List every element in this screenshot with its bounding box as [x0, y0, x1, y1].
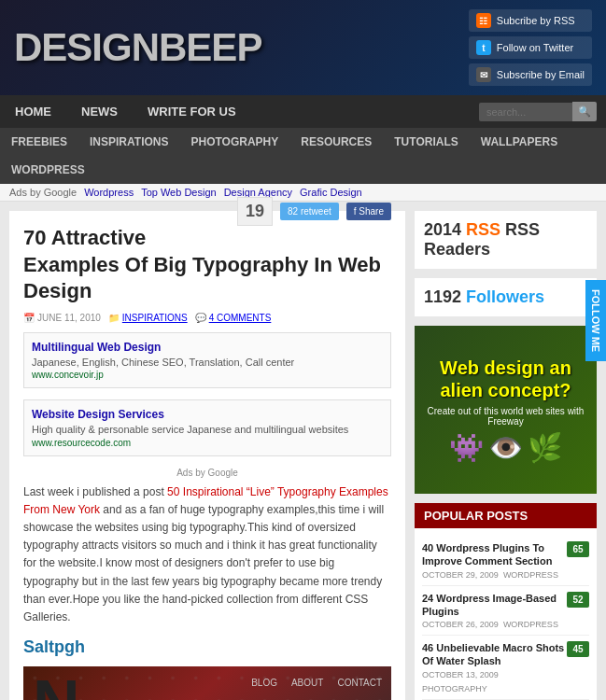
comments-link[interactable]: 4 COMMENTS [209, 313, 272, 323]
rss-count: 2014 [424, 220, 461, 239]
post-title-link[interactable]: 24 Wordpress Image-Based Plugins [422, 592, 567, 619]
popular-posts-title: POPULAR POSTS [415, 503, 597, 528]
ad-banner-subtitle: Create out of this world web sites with … [424, 406, 587, 427]
saltpgh-preview[interactable]: NACL BLOG ABOUT CONTACT SALT OF THE EART… [23, 666, 391, 700]
retweet-button[interactable]: 82 retweet [280, 203, 339, 220]
post-date: OCTOBER 26, 2009 [422, 620, 499, 629]
nacl-letters: NACL [33, 671, 80, 700]
nav-tutorials[interactable]: TUTORIALS [383, 128, 469, 156]
rss-subscribe-btn[interactable]: ☷ Subcribe by RSS [469, 9, 592, 32]
post-title-link[interactable]: 40 Wordpress Plugins To Improve Comment … [422, 541, 567, 568]
main-nav: HOME NEWS WRITE FOR US 🔍 [0, 95, 606, 128]
article-meta: 📅 JUNE 11, 2010 📁 INSPIRATIONS 💬 4 COMME… [23, 313, 391, 323]
followers-section: 1192 Followers [415, 278, 597, 316]
ad-link-top-web-design[interactable]: Top Web Design [141, 187, 217, 198]
ad2-desc: High quality & personable service Japane… [32, 423, 383, 437]
search-form: 🔍 [479, 102, 606, 121]
email-icon: ✉ [476, 67, 491, 82]
ad-banner-title: Web design an alien concept? [424, 357, 587, 401]
twitter-label: Follow on Twitter [497, 42, 573, 53]
alien-char-1: 👾 [449, 431, 484, 464]
sidebar: 2014 RSS RSS Readers 1192 Followers Web … [405, 211, 597, 700]
facebook-share-button[interactable]: f Share [346, 203, 391, 220]
post-title-link[interactable]: 46 Unbelievable Macro Shots Of Water Spl… [422, 641, 567, 668]
header: DESIGNBEEP ☷ Subcribe by RSS t Follow on… [0, 0, 606, 95]
ads-by-google-label: Ads by Google [9, 187, 77, 198]
ad-banner-content: Web design an alien concept? Create out … [415, 347, 597, 473]
sidebar-ad-banner[interactable]: Web design an alien concept? Create out … [415, 326, 597, 494]
post-date: OCTOBER 13, 2009 [422, 670, 499, 679]
nav-write-for-us[interactable]: WRITE FOR US [133, 95, 251, 128]
nav-wallpapers[interactable]: WALLPAPERS [470, 128, 569, 156]
post-meta: OCTOBER 26, 2009 WORDPRESS [422, 620, 567, 629]
sub-nav: FREEBIES INSPIRATIONS PHOTOGRAPHY RESOUR… [0, 128, 606, 184]
ad-block-1: Multilingual Web Design Japanese, Englis… [23, 332, 391, 388]
popular-posts-section: POPULAR POSTS 40 Wordpress Plugins To Im… [415, 503, 597, 700]
nav-news[interactable]: NEWS [66, 95, 133, 128]
list-item: 40 Wordpress Plugins To Improve Comment … [422, 536, 589, 586]
category-link[interactable]: INSPIRATIONS [122, 313, 188, 323]
nav-photography[interactable]: PHOTOGRAPHY [179, 128, 289, 156]
article-date: 📅 JUNE 11, 2010 [23, 313, 101, 323]
followers-count: 1192 [424, 287, 461, 306]
list-item: 24 Wordpress Image-Based Plugins OCTOBER… [422, 586, 589, 637]
post-category: WORDPRESS [503, 620, 558, 629]
list-item: 46 Unbelievable Macro Shots Of Water Spl… [422, 636, 589, 700]
post-info: 24 Wordpress Image-Based Plugins OCTOBER… [422, 592, 567, 630]
site-logo[interactable]: DESIGNBEEP [14, 25, 261, 70]
nav-resources[interactable]: RESOURCES [289, 128, 383, 156]
rss-readers-label: RSS [466, 220, 500, 239]
nav-freebies[interactable]: FREEBIES [0, 128, 78, 156]
ad2-url: www.resourcecode.com [32, 438, 383, 448]
twitter-follow-btn[interactable]: t Follow on Twitter [469, 36, 592, 59]
nav-inspirations[interactable]: INSPIRATIONS [78, 128, 179, 156]
rss-readers-section: 2014 RSS RSS Readers [415, 211, 597, 269]
ad1-title-link[interactable]: Multilingual Web Design [32, 341, 383, 354]
alien-characters: 👾 👁️ 🌿 [424, 431, 587, 464]
post-category: PHOTOGRAPHY [422, 684, 487, 693]
ads-label: Ads by Google [23, 468, 391, 478]
post-info: 46 Unbelievable Macro Shots Of Water Spl… [422, 641, 567, 693]
content-wrapper: 19 82 retweet f Share 70 Attractive Exam… [0, 202, 606, 700]
category-icon: 📁 [108, 313, 120, 323]
alien-char-2: 👁️ [488, 431, 523, 464]
email-subscribe-btn[interactable]: ✉ Subscribe by Email [469, 63, 592, 86]
search-button[interactable]: 🔍 [572, 102, 597, 121]
nav-home[interactable]: HOME [0, 95, 66, 128]
article-category: 📁 INSPIRATIONS [108, 313, 188, 323]
section-heading-1: Saltpgh [23, 637, 391, 657]
post-info: 40 Wordpress Plugins To Improve Comment … [422, 541, 567, 580]
article-link[interactable]: 50 Inspirational “Live” Typography Examp… [23, 485, 388, 516]
fb-count: 19 [246, 202, 264, 221]
post-count: 65 [567, 541, 589, 557]
alien-char-3: 🌿 [528, 431, 562, 464]
article-title: 70 Attractive Examples Of Big Typography… [23, 225, 391, 305]
preview-nav-links: BLOG ABOUT CONTACT [251, 678, 382, 688]
ad2-title-link[interactable]: Website Design Services [32, 408, 383, 421]
article-comments: 💬 4 COMMENTS [195, 313, 272, 323]
post-category: WORDPRESS [503, 570, 558, 580]
post-meta: OCTOBER 29, 2009 WORDPRESS [422, 570, 567, 580]
nav-wordpress[interactable]: WORDPRESS [0, 156, 96, 184]
ad1-desc: Japanese, English, Chinese SEO, Translat… [32, 356, 383, 370]
ad-block-2: Website Design Services High quality & p… [23, 399, 391, 455]
article-body: Last week i published a post 50 Inspirat… [23, 483, 391, 627]
ad1-url: www.concevoir.jp [32, 370, 383, 380]
post-meta: OCTOBER 13, 2009 PHOTOGRAPHY [422, 670, 567, 693]
followers-display: 1192 Followers [424, 287, 587, 307]
twitter-icon: t [476, 40, 491, 55]
social-counts: 19 82 retweet f Share [237, 197, 391, 226]
post-count: 52 [567, 592, 589, 608]
follow-me-tab[interactable]: FOLLOW ME [585, 280, 606, 361]
main-content: 19 82 retweet f Share 70 Attractive Exam… [9, 211, 405, 700]
header-social: ☷ Subcribe by RSS t Follow on Twitter ✉ … [469, 9, 592, 86]
ad-link-wordpress[interactable]: Wordpress [84, 187, 134, 198]
comment-icon: 💬 [195, 313, 206, 323]
calendar-icon: 📅 [23, 313, 35, 323]
search-input[interactable] [479, 103, 572, 121]
post-date: OCTOBER 29, 2009 [422, 570, 499, 580]
rss-icon: ☷ [476, 13, 491, 28]
rss-readers-display: 2014 RSS RSS Readers [424, 220, 587, 259]
post-count: 45 [567, 641, 589, 657]
fb-count-box: 19 [237, 197, 273, 226]
